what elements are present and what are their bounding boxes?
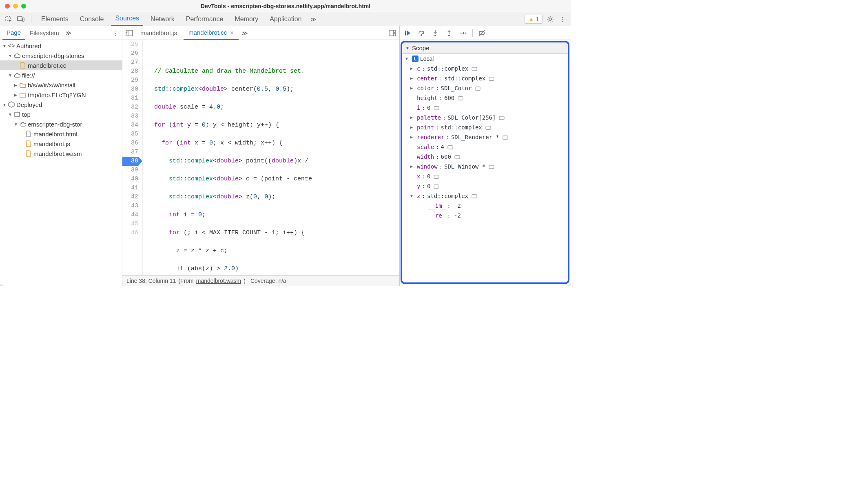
sidebar-tab-page[interactable]: Page — [2, 26, 25, 40]
memory-icon[interactable] — [489, 162, 494, 171]
memory-icon[interactable] — [475, 83, 480, 93]
tree-folder-install[interactable]: ▶ b/s/w/ir/x/w/install — [0, 80, 122, 90]
maximize-window-button[interactable] — [21, 4, 26, 9]
tab-elements[interactable]: Elements — [37, 12, 73, 26]
scope-var-width[interactable]: width: 600 — [402, 152, 568, 162]
memory-icon[interactable] — [434, 181, 439, 191]
more-editor-tabs-icon[interactable]: ≫ — [240, 29, 249, 38]
scope-header[interactable]: ▼ Scope — [402, 42, 568, 54]
warnings-badge[interactable]: ▲ 1 — [525, 15, 542, 24]
settings-icon[interactable] — [546, 15, 555, 24]
warning-icon: ▲ — [528, 16, 534, 22]
more-tabs-icon[interactable]: ≫ — [309, 15, 318, 24]
tree-file-js[interactable]: mandelbrot.js — [0, 139, 122, 149]
memory-icon[interactable] — [447, 142, 453, 152]
sidebar-more-tabs-icon[interactable]: ≫ — [64, 29, 73, 38]
tab-sources[interactable]: Sources — [111, 12, 143, 26]
tree-file-scheme[interactable]: ▼ file:// — [0, 70, 122, 80]
svg-point-8 — [421, 34, 422, 36]
scope-var-x[interactable]: x: 0 — [402, 171, 568, 181]
step-into-icon[interactable] — [431, 29, 440, 38]
sidebar-tab-filesystem[interactable]: Filesystem — [26, 26, 63, 40]
status-from-link[interactable]: mandelbrot.wasm — [196, 278, 241, 284]
svg-rect-25 — [472, 195, 477, 198]
svg-rect-4 — [15, 112, 20, 116]
tab-network[interactable]: Network — [146, 12, 179, 26]
deactivate-breakpoints-icon[interactable] — [478, 29, 487, 38]
gutter[interactable]: 25 2627282930 3132333435 3637 38 3940414… — [122, 40, 143, 275]
svg-rect-16 — [434, 107, 439, 110]
scope-var-palette[interactable]: ▶ palette: SDL_Color[256] — [402, 113, 568, 122]
svg-rect-19 — [503, 136, 508, 139]
scope-var-center[interactable]: ▶ center: std::complex — [402, 73, 568, 83]
toggle-navigator-icon[interactable] — [125, 29, 134, 38]
traffic-lights — [5, 4, 26, 9]
scope-var-i[interactable]: i: 0 — [402, 103, 568, 113]
close-tab-icon[interactable]: × — [230, 29, 234, 36]
tab-performance[interactable]: Performance — [182, 12, 228, 26]
svg-point-11 — [465, 32, 467, 33]
tree-deployed-domain[interactable]: ▼ emscripten-dbg-stor — [0, 119, 122, 129]
tree-file-wasm[interactable]: mandelbrot.wasm — [0, 149, 122, 158]
svg-point-3 — [549, 18, 551, 20]
memory-icon[interactable] — [434, 103, 439, 113]
code-editor[interactable]: 25 2627282930 3132333435 3637 38 3940414… — [122, 40, 399, 275]
tab-application[interactable]: Application — [266, 12, 306, 26]
file-icon — [25, 140, 32, 147]
svg-rect-18 — [486, 126, 491, 129]
editor-tab-mandelbrot-js[interactable]: mandelbrot.js — [135, 26, 182, 40]
scope-var-z[interactable]: ▼ z: std::complex — [402, 191, 568, 201]
memory-icon[interactable] — [458, 93, 463, 103]
more-menu-icon[interactable]: ⋮ — [558, 15, 567, 24]
scope-local[interactable]: ▼ L Local — [402, 54, 568, 64]
step-icon[interactable] — [458, 29, 467, 38]
scope-var-color[interactable]: ▶ color: SDL_Color — [402, 83, 568, 93]
step-out-icon[interactable] — [445, 29, 454, 38]
scope-var-height[interactable]: height: 600 — [402, 93, 568, 103]
memory-icon[interactable] — [489, 73, 494, 83]
scope-var-renderer[interactable]: ▶ renderer: SDL_Renderer * — [402, 132, 568, 142]
memory-icon[interactable] — [472, 191, 477, 201]
scope-var-c[interactable]: ▶ c: std::complex — [402, 64, 568, 73]
memory-icon[interactable] — [485, 122, 491, 132]
editor-tab-mandelbrot-cc[interactable]: mandelbrot.cc × — [184, 26, 239, 40]
inspect-icon[interactable] — [4, 15, 13, 24]
scope-var-scale[interactable]: scale: 4 — [402, 142, 568, 152]
tree-deployed[interactable]: ▼ Deployed — [0, 100, 122, 109]
scope-var-y[interactable]: y: 0 — [402, 181, 568, 191]
resume-icon[interactable] — [403, 29, 412, 38]
frame-icon — [14, 111, 20, 118]
scope-var-window[interactable]: ▶ window: SDL_Window * — [402, 162, 568, 171]
tab-console[interactable]: Console — [76, 12, 108, 26]
navigator-sidebar: Page Filesystem ≫ ⋮ ▼ <> Authored ▼ emsc… — [0, 26, 122, 286]
cursor-position: Line 38, Column 11 — [126, 278, 176, 284]
tree-file-html[interactable]: mandelbrot.html — [0, 129, 122, 139]
tree-authored-domain[interactable]: ▼ emscripten-dbg-stories — [0, 51, 122, 60]
device-toggle-icon[interactable] — [16, 15, 25, 24]
toggle-debugger-icon[interactable] — [388, 29, 397, 38]
tree-file-mandelbrot-cc[interactable]: mandelbrot.cc — [0, 60, 122, 70]
tree-top[interactable]: ▼ top — [0, 109, 122, 119]
titlebar: DevTools - emscripten-dbg-stories.netlif… — [0, 0, 571, 12]
cloud-icon — [14, 72, 20, 78]
tab-memory[interactable]: Memory — [230, 12, 262, 26]
svg-rect-15 — [458, 97, 463, 100]
scope-var-z-__im_[interactable]: __im_: -2 — [402, 201, 568, 211]
memory-icon[interactable] — [499, 113, 505, 122]
memory-icon[interactable] — [434, 171, 439, 181]
tree-authored[interactable]: ▼ <> Authored — [0, 41, 122, 51]
memory-icon[interactable] — [472, 64, 477, 73]
sidebar-more-menu-icon[interactable]: ⋮ — [111, 29, 120, 38]
minimize-window-button[interactable] — [13, 4, 18, 9]
tree-folder-tmp[interactable]: ▶ tmp/tmp.ELcTq2YGN — [0, 90, 122, 100]
svg-rect-1 — [18, 17, 22, 20]
memory-icon[interactable] — [454, 152, 460, 162]
scope-var-point[interactable]: ▶ point: std::complex — [402, 122, 568, 132]
folder-icon — [20, 91, 26, 98]
memory-icon[interactable] — [503, 132, 508, 142]
step-over-icon[interactable] — [417, 29, 426, 38]
status-bar: Line 38, Column 11 (From mandelbrot.wasm… — [122, 275, 399, 286]
status-from-label: (From — [178, 278, 193, 284]
close-window-button[interactable] — [5, 4, 10, 9]
scope-var-z-__re_[interactable]: __re_: -2 — [402, 211, 568, 220]
